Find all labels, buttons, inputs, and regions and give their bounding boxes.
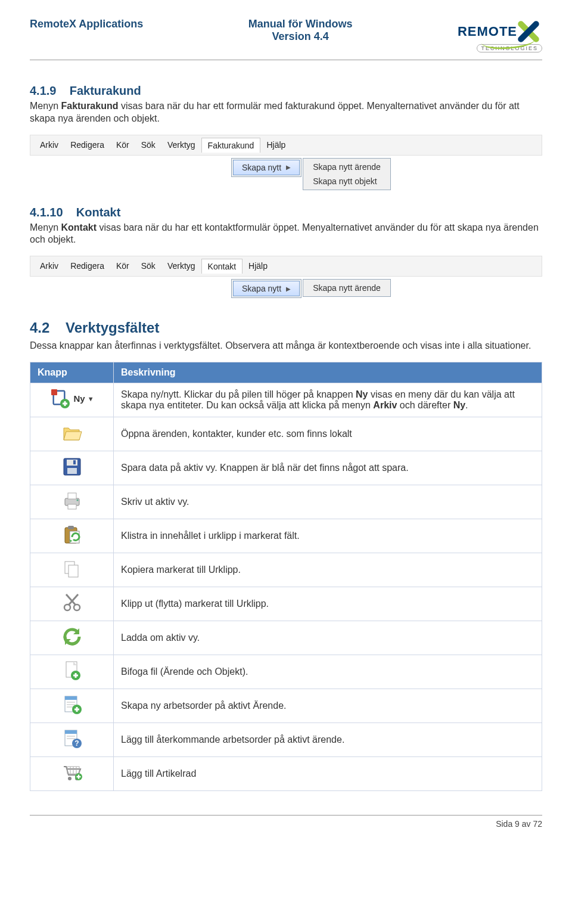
svg-rect-12 xyxy=(68,504,76,509)
section-42-num: 4.2 xyxy=(30,320,49,336)
section-4110-title: Kontakt xyxy=(76,206,120,219)
section-42-title: Verktygsfältet xyxy=(66,320,159,336)
svg-point-13 xyxy=(76,499,78,501)
save-icon xyxy=(61,456,83,477)
desc-new: Skapa ny/nytt. Klickar du på pilen till … xyxy=(114,383,542,417)
shopping-cart-icon xyxy=(61,762,83,783)
desc-cart: Lägg till Artikelrad xyxy=(114,756,542,790)
col-knapp: Knapp xyxy=(30,362,114,383)
table-row: Skriv ut aktiv vy. xyxy=(30,485,542,519)
svg-rect-7 xyxy=(67,460,77,466)
desc-print: Skriv ut aktiv vy. xyxy=(114,485,542,519)
brand-x-icon xyxy=(515,18,542,45)
table-row: Öppna ärenden, kontakter, kunder etc. so… xyxy=(30,417,542,451)
menu-skapa-nytt[interactable]: Skapa nytt ▶ xyxy=(233,160,300,175)
menu-hjalp[interactable]: Hjälp xyxy=(260,138,291,152)
svg-rect-49 xyxy=(77,774,79,779)
chevron-right-icon: ▶ xyxy=(286,286,291,292)
table-row: Kopiera markerat till Urklipp. xyxy=(30,553,542,587)
section-4110-num: 4.1.10 xyxy=(30,206,63,219)
menu-skapa-objekt[interactable]: Skapa nytt objekt xyxy=(304,174,389,188)
caret-down-icon: ▼ xyxy=(88,395,94,402)
header-logo: REMOTE TECHNOLOGIES xyxy=(458,18,542,52)
menu-sok-2[interactable]: Sök xyxy=(135,259,161,273)
svg-rect-26 xyxy=(74,673,76,678)
header-center: Manual för Windows Version 4.4 xyxy=(248,18,353,43)
table-row: Skapa ny arbetsorder på aktivt Ärende. xyxy=(30,689,542,723)
desc-save: Spara data på aktiv vy. Knappen är blå n… xyxy=(114,451,542,485)
section-4110-heading: 4.1.10 Kontakt xyxy=(30,206,542,219)
menu-skapa-arende[interactable]: Skapa nytt ärende xyxy=(304,160,389,174)
section-419-num: 4.1.9 xyxy=(30,84,56,97)
menu-kontakt-skapa-arende[interactable]: Skapa nytt ärende xyxy=(304,281,389,295)
dropdown-fakturakund: Skapa nytt ▶ xyxy=(231,158,301,177)
desc-cut: Klipp ut (flytta) markerat till Urklipp. xyxy=(114,587,542,621)
toolbar-table: Knapp Beskrivning Ny ▼ xyxy=(30,362,542,791)
menu-redigera[interactable]: Redigera xyxy=(64,138,110,152)
section-419-title: Fakturakund xyxy=(70,84,141,97)
submenu-fakturakund: Skapa nytt ärende Skapa nytt objekt xyxy=(303,158,391,190)
new-workorder-icon xyxy=(61,694,83,715)
reload-icon xyxy=(61,626,83,647)
copy-icon xyxy=(61,558,83,579)
menu-arkiv[interactable]: Arkiv xyxy=(34,138,64,152)
menu-verktyg[interactable]: Verktyg xyxy=(161,138,201,152)
svg-rect-2 xyxy=(51,389,57,395)
svg-rect-5 xyxy=(64,401,66,406)
menu-kor-2[interactable]: Kör xyxy=(110,259,135,273)
chevron-right-icon: ▶ xyxy=(286,164,291,170)
page-footer: Sida 9 av 72 xyxy=(30,815,542,829)
table-row: Ny ▼ Skapa ny/nytt. Klickar du på pilen … xyxy=(30,383,542,417)
desc-reload: Ladda om aktiv vy. xyxy=(114,621,542,655)
desc-workorder: Skapa ny arbetsorder på aktivt Ärende. xyxy=(114,689,542,723)
section-419-heading: 4.1.9 Fakturakund xyxy=(30,84,542,98)
table-row: Lägg till Artikelrad xyxy=(30,756,542,790)
table-row: Spara data på aktiv vy. Knappen är blå n… xyxy=(30,451,542,485)
header-title: Manual för Windows xyxy=(248,18,353,30)
dropdown-kontakt: Skapa nytt ▶ xyxy=(231,279,301,298)
table-row: Ladda om aktiv vy. xyxy=(30,621,542,655)
desc-open: Öppna ärenden, kontakter, kunder etc. so… xyxy=(114,417,542,451)
table-row: Klipp ut (flytta) markerat till Urklipp. xyxy=(30,587,542,621)
folder-open-icon xyxy=(61,422,83,444)
print-icon xyxy=(61,490,83,511)
attach-file-icon xyxy=(61,660,83,681)
svg-rect-9 xyxy=(73,460,76,464)
desc-copy: Kopiera markerat till Urklipp. xyxy=(114,553,542,587)
section-42-body: Dessa knappar kan återfinnas i verktygsf… xyxy=(30,340,542,352)
menu-kontakt-skapa-nytt[interactable]: Skapa nytt ▶ xyxy=(233,281,300,296)
section-42-heading: 4.2 Verktygsfältet xyxy=(30,320,542,336)
svg-text:?: ? xyxy=(74,739,79,748)
desc-attach: Bifoga fil (Ärende och Objekt). xyxy=(114,655,542,689)
header-left: RemoteX Applications xyxy=(30,18,143,30)
svg-point-45 xyxy=(68,777,72,780)
table-row: Klistra in innehållet i urklipp i marker… xyxy=(30,519,542,553)
paste-icon xyxy=(61,524,83,545)
menubar-kontakt: Arkiv Redigera Kör Sök Verktyg Kontakt H… xyxy=(30,256,542,277)
menu-verktyg-2[interactable]: Verktyg xyxy=(161,259,201,273)
svg-rect-8 xyxy=(67,468,77,474)
table-row: Bifoga fil (Ärende och Objekt). xyxy=(30,655,542,689)
svg-rect-18 xyxy=(69,565,78,577)
menubar-fakturakund: Arkiv Redigera Kör Sök Verktyg Fakturaku… xyxy=(30,135,542,156)
menu-kor[interactable]: Kör xyxy=(110,138,135,152)
menu-kontakt[interactable]: Kontakt xyxy=(201,259,243,274)
menu-sok[interactable]: Sök xyxy=(135,138,161,152)
menu-fakturakund[interactable]: Fakturakund xyxy=(201,138,261,153)
section-4110-body: Menyn Kontakt visas bara när du har ett … xyxy=(30,222,542,247)
new-button[interactable]: Ny ▼ xyxy=(49,388,94,410)
desc-recurring: Lägg till återkommande arbetsorder på ak… xyxy=(114,723,542,756)
svg-rect-28 xyxy=(65,696,77,700)
submenu-kontakt: Skapa nytt ärende xyxy=(303,279,391,297)
menu-arkiv-2[interactable]: Arkiv xyxy=(34,259,64,273)
desc-paste: Klistra in innehållet i urklipp i marker… xyxy=(114,519,542,553)
menu-hjalp-2[interactable]: Hjälp xyxy=(243,259,273,273)
table-row: ? Lägg till återkommande arbetsorder på … xyxy=(30,723,542,756)
menu-redigera-2[interactable]: Redigera xyxy=(64,259,110,273)
svg-rect-11 xyxy=(68,493,76,499)
recurring-workorder-icon: ? xyxy=(61,728,83,749)
section-419-body: Menyn Fakturakund visas bara när du har … xyxy=(30,100,542,125)
page-header: RemoteX Applications Manual för Windows … xyxy=(30,18,542,60)
svg-rect-36 xyxy=(65,730,77,734)
svg-rect-15 xyxy=(68,526,74,529)
